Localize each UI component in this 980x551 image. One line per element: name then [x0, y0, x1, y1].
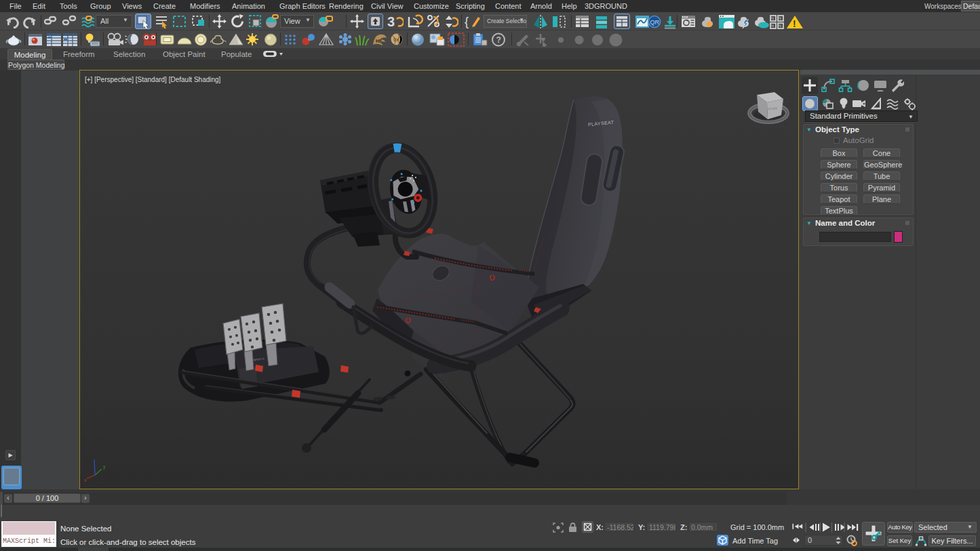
- svg-text:{: {: [465, 15, 469, 28]
- svg-text:?: ?: [496, 35, 501, 45]
- svg-text:QR: QR: [650, 19, 660, 26]
- svg-text:N: N: [771, 16, 774, 20]
- svg-text:[+] [Perspective] [Standard] [: [+] [Perspective] [Standard] [Default Sh…: [85, 76, 221, 83]
- svg-text:0x: 0x: [393, 37, 399, 42]
- svg-text:x: x: [84, 478, 87, 483]
- svg-text:N: N: [771, 24, 774, 28]
- svg-text:3: 3: [387, 14, 395, 29]
- svg-text:HF: HF: [376, 39, 383, 43]
- svg-text:!: !: [793, 18, 796, 29]
- svg-text:N: N: [779, 24, 781, 28]
- svg-text:y: y: [103, 464, 106, 470]
- svg-text:N: N: [779, 16, 781, 20]
